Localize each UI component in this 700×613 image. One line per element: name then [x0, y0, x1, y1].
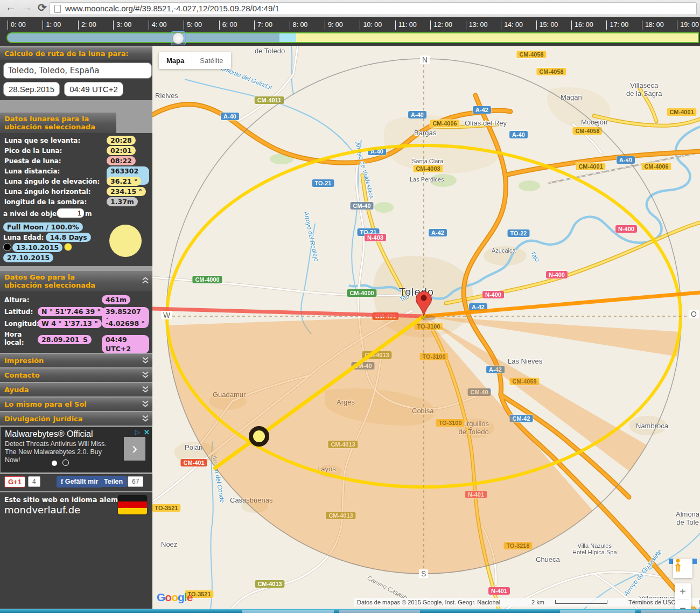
- google-logo-letter: o: [171, 591, 178, 603]
- timeline-hour: 10: 00: [360, 19, 395, 31]
- pin-shadow: [421, 315, 436, 321]
- forward-icon[interactable]: →: [22, 1, 32, 13]
- accordion-label: Lo mismo para el Sol: [4, 400, 87, 408]
- lunar-row-label: Pico de la Luna:: [4, 146, 62, 156]
- fb-like-button[interactable]: f Gefällt mir: [57, 476, 102, 487]
- lunar-data-row: Pico de la Luna:02:01: [3, 146, 149, 156]
- timeline-hour: 17: 00: [606, 19, 641, 31]
- ad-carousel-dots[interactable]: [49, 458, 72, 468]
- hour-tick: [219, 20, 220, 30]
- compass-w: W: [161, 311, 172, 319]
- latitud-label: Latitud:: [4, 307, 33, 317]
- expand-down-icon: [142, 414, 149, 424]
- os-taskbar[interactable]: [0, 609, 700, 613]
- hour-label: 11: 00: [398, 21, 417, 29]
- expand-down-icon: [142, 399, 149, 409]
- map-button[interactable]: Mapa: [159, 52, 192, 69]
- hour-tick: [78, 20, 79, 30]
- ad-title[interactable]: Malwarebytes® Official: [5, 429, 93, 439]
- zoom-in-button[interactable]: +: [675, 583, 691, 600]
- terms-link[interactable]: Términos de USO: [628, 599, 676, 605]
- back-icon[interactable]: ←: [5, 1, 16, 13]
- expand-down-icon: [142, 385, 149, 395]
- time-track[interactable]: [6, 32, 699, 43]
- object-level-input[interactable]: [57, 208, 84, 218]
- lunar-row-value-badge: 20:28: [107, 136, 136, 145]
- gplus-button[interactable]: G+1: [4, 476, 25, 487]
- german-site-link[interactable]: mondverlauf.de: [4, 504, 80, 516]
- lunar-row-value-badge: 08:22: [107, 156, 136, 165]
- google-logo: Google: [157, 591, 192, 604]
- accordion-ayuda[interactable]: Ayuda: [0, 383, 152, 396]
- german-flag-icon[interactable]: [118, 495, 147, 514]
- lunar-data-box: Luna que se levanta:20:28Pico de la Luna…: [0, 133, 152, 266]
- accordion-label: Impresión: [4, 357, 44, 365]
- hour-label: 0: 00: [11, 21, 26, 29]
- hour-label: 6: 00: [222, 21, 237, 29]
- hour-label: 12: 00: [433, 21, 452, 29]
- compass-s: S: [419, 569, 428, 578]
- ad-next-arrow[interactable]: ›: [124, 437, 145, 461]
- hour-tick: [184, 20, 184, 30]
- hour-tick: [571, 20, 572, 30]
- moon-position-marker[interactable]: [251, 428, 267, 444]
- fb-share-button[interactable]: Teilen: [100, 476, 127, 487]
- address-bar[interactable]: www.mooncalc.org/#/39.8521,-4.027,12/201…: [50, 2, 697, 15]
- hour-tick: [642, 20, 642, 30]
- sidebar-filler: [0, 518, 152, 609]
- full-moon-icon: [64, 243, 72, 251]
- spacer: [0, 266, 152, 269]
- hour-label: 9: 00: [328, 21, 343, 29]
- pegman-control[interactable]: [673, 559, 692, 578]
- expand-down-icon: [142, 370, 149, 380]
- lunar-data-row: Luna distancia:363302 km: [3, 166, 149, 177]
- satellite-button[interactable]: Satélite: [192, 52, 230, 69]
- gplus-count: 4: [28, 476, 40, 487]
- adchoices-icon[interactable]: ▷: [135, 428, 140, 436]
- hour-tick: [290, 20, 290, 30]
- lunar-data-row: Luna que se levanta:20:28: [3, 136, 149, 146]
- hour-label: 3: 00: [116, 21, 131, 29]
- ad-banner[interactable]: Malwarebytes® Official Detect Threats An…: [0, 427, 152, 473]
- accordion-contacto[interactable]: Contacto: [0, 368, 152, 382]
- lon-dec-badge: -4.02698 °: [102, 319, 149, 328]
- time-slider-handle[interactable]: [172, 32, 184, 44]
- date-button[interactable]: 28.Sep.2015: [3, 82, 60, 96]
- moon-overlay-layer: [152, 46, 700, 613]
- geo-section-title[interactable]: Datos Geo para la ubicación seleccionada: [0, 271, 152, 291]
- browser-toolbar: ← → ⟳ www.mooncalc.org/#/39.8521,-4.027,…: [0, 0, 700, 18]
- accordion-divulgaci-n-jur-dica[interactable]: Divulgación Jurídica: [0, 412, 152, 426]
- hour-tick: [43, 20, 43, 30]
- lat-dms-badge: N ° 51'7.46 39 ": [38, 307, 104, 316]
- accordion-label: Contacto: [4, 371, 40, 379]
- map-canvas[interactable]: Mapa Satélite N W O S CM-4058CM-4058CM-4…: [152, 46, 700, 613]
- hour-tick: [113, 20, 114, 30]
- lunar-row-value-badge: 02:01: [107, 146, 136, 155]
- timeline-hour: 11: 00: [395, 19, 430, 31]
- map-type-control: Mapa Satélite: [159, 52, 231, 69]
- time-button[interactable]: 04:49 UTC+2: [64, 82, 123, 96]
- location-pin[interactable]: [416, 291, 432, 316]
- accordion-lo-mismo-para-el-sol[interactable]: Lo mismo para el Sol: [0, 398, 152, 411]
- reload-icon[interactable]: ⟳: [38, 1, 47, 14]
- lon-dms-badge: W 4 ° 1'37.13 ": [38, 319, 102, 328]
- sidebar: Cálculo de ruta de la luna para: 28.Sep.…: [0, 46, 152, 609]
- collapse-up-icon[interactable]: [142, 276, 149, 287]
- timeline-hour: 8: 00: [290, 19, 325, 31]
- fb-count: 67: [128, 476, 143, 487]
- time-slider-bar: 0: 001: 002: 003: 004: 005: 006: 007: 00…: [0, 17, 700, 46]
- ad-close-icon[interactable]: ✕: [144, 428, 150, 436]
- german-note: Este sitio web en idioma alemán: [4, 496, 127, 504]
- hour-label: 4: 00: [152, 21, 167, 29]
- new-moon-icon: [3, 243, 11, 251]
- location-input[interactable]: [3, 62, 152, 79]
- hour-label: 18: 00: [645, 21, 664, 29]
- timeline-hours: 0: 001: 002: 003: 004: 005: 006: 007: 00…: [8, 19, 700, 31]
- url-text[interactable]: www.mooncalc.org/#/39.8521,-4.027,12/201…: [65, 4, 279, 13]
- social-bar: G+1 4 f Gefällt mir Teilen 67: [0, 474, 152, 491]
- page-icon: [54, 5, 61, 13]
- hour-tick: [149, 20, 149, 30]
- accordion-impresi-n[interactable]: Impresión: [0, 354, 152, 367]
- moonset-line: [152, 309, 424, 316]
- lunar-row-label: longitud de la sombra:: [4, 197, 87, 207]
